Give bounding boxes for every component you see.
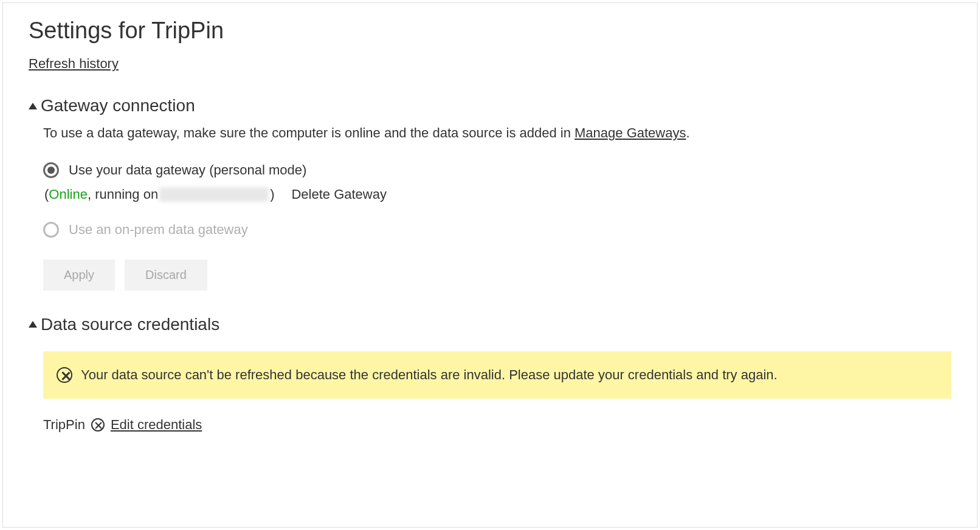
apply-button: Apply — [43, 260, 115, 291]
credentials-section-toggle[interactable]: Data source credentials — [29, 315, 951, 334]
credentials-alert-text: Your data source can't be refreshed beca… — [81, 367, 778, 383]
credentials-section-title: Data source credentials — [41, 315, 219, 334]
expand-up-icon — [29, 321, 37, 328]
edit-credentials-link[interactable]: Edit credentials — [111, 417, 202, 433]
discard-button: Discard — [125, 260, 207, 291]
gateway-section-title: Gateway connection — [41, 96, 195, 115]
gateway-machine-name-redacted — [159, 187, 269, 202]
gateway-connection-section: Gateway connection To use a data gateway… — [29, 96, 951, 291]
status-running-text: , running on — [88, 187, 158, 202]
radio-personal-gateway-row: Use your data gateway (personal mode) — [43, 162, 951, 178]
status-close-paren: ) — [270, 187, 274, 202]
radio-personal-gateway-label: Use your data gateway (personal mode) — [69, 162, 306, 178]
status-online-text: Online — [49, 187, 88, 202]
data-source-credentials-section: Data source credentials Your data source… — [29, 315, 951, 433]
gateway-section-toggle[interactable]: Gateway connection — [29, 96, 951, 115]
expand-up-icon — [29, 103, 37, 109]
credentials-alert: Your data source can't be refreshed beca… — [43, 351, 951, 399]
radio-onprem-gateway-row: Use an on-prem data gateway — [43, 222, 951, 238]
gateway-button-row: Apply Discard — [43, 260, 951, 291]
radio-personal-gateway[interactable] — [43, 162, 59, 178]
gateway-status-line: (Online, running on ) Delete Gateway — [44, 187, 951, 202]
credentials-row: TripPin Edit credentials — [43, 417, 951, 433]
settings-panel: Settings for TripPin Refresh history Gat… — [2, 2, 978, 528]
gateway-section-body: To use a data gateway, make sure the com… — [29, 124, 951, 291]
gateway-description-text: To use a data gateway, make sure the com… — [43, 125, 575, 140]
gateway-description-suffix: . — [686, 125, 689, 140]
radio-onprem-gateway-label: Use an on-prem data gateway — [69, 222, 248, 238]
refresh-history-link[interactable]: Refresh history — [29, 56, 119, 72]
delete-gateway-link[interactable]: Delete Gateway — [291, 187, 387, 202]
error-circle-x-icon — [57, 367, 72, 383]
radio-onprem-gateway — [43, 222, 59, 238]
status-open-paren: ( — [44, 187, 49, 202]
radio-selected-dot-icon — [47, 167, 55, 174]
error-circle-x-icon — [91, 418, 105, 432]
manage-gateways-link[interactable]: Manage Gateways — [575, 125, 686, 140]
credentials-section-body: Your data source can't be refreshed beca… — [29, 351, 951, 433]
gateway-description: To use a data gateway, make sure the com… — [43, 124, 951, 143]
page-title: Settings for TripPin — [29, 18, 951, 44]
data-source-name: TripPin — [43, 417, 85, 433]
